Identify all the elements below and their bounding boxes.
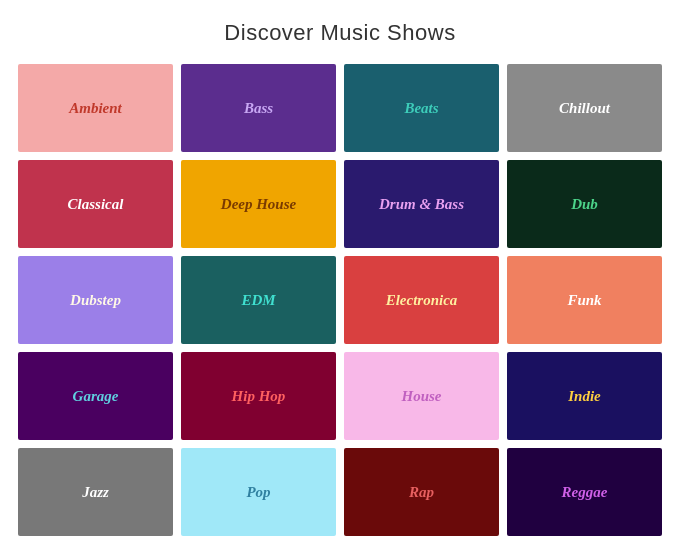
tile-label-classical: Classical bbox=[68, 196, 124, 213]
tile-label-deep-house: Deep House bbox=[221, 196, 296, 213]
tile-rap[interactable]: Rap bbox=[344, 448, 499, 536]
tile-edm[interactable]: EDM bbox=[181, 256, 336, 344]
tile-indie[interactable]: Indie bbox=[507, 352, 662, 440]
tile-label-ambient: Ambient bbox=[69, 100, 122, 117]
tile-label-electronica: Electronica bbox=[386, 292, 458, 309]
tile-label-bass: Bass bbox=[244, 100, 273, 117]
tile-drum-bass[interactable]: Drum & Bass bbox=[344, 160, 499, 248]
tile-bass[interactable]: Bass bbox=[181, 64, 336, 152]
tile-hip-hop[interactable]: Hip Hop bbox=[181, 352, 336, 440]
tile-label-pop: Pop bbox=[246, 484, 270, 501]
tile-label-chillout: Chillout bbox=[559, 100, 610, 117]
tile-deep-house[interactable]: Deep House bbox=[181, 160, 336, 248]
tile-garage[interactable]: Garage bbox=[18, 352, 173, 440]
music-genre-grid: AmbientBassBeatsChilloutClassicalDeep Ho… bbox=[18, 64, 662, 536]
tile-label-jazz: Jazz bbox=[82, 484, 109, 501]
tile-dubstep[interactable]: Dubstep bbox=[18, 256, 173, 344]
tile-beats[interactable]: Beats bbox=[344, 64, 499, 152]
tile-label-indie: Indie bbox=[568, 388, 601, 405]
tile-reggae[interactable]: Reggae bbox=[507, 448, 662, 536]
tile-pop[interactable]: Pop bbox=[181, 448, 336, 536]
tile-label-edm: EDM bbox=[241, 292, 275, 309]
tile-dub[interactable]: Dub bbox=[507, 160, 662, 248]
tile-label-funk: Funk bbox=[567, 292, 601, 309]
tile-house[interactable]: House bbox=[344, 352, 499, 440]
page-title: Discover Music Shows bbox=[224, 20, 455, 46]
tile-label-reggae: Reggae bbox=[562, 484, 608, 501]
tile-label-hip-hop: Hip Hop bbox=[232, 388, 286, 405]
tile-label-beats: Beats bbox=[404, 100, 438, 117]
tile-label-garage: Garage bbox=[73, 388, 119, 405]
tile-chillout[interactable]: Chillout bbox=[507, 64, 662, 152]
tile-ambient[interactable]: Ambient bbox=[18, 64, 173, 152]
tile-label-house: House bbox=[401, 388, 441, 405]
tile-electronica[interactable]: Electronica bbox=[344, 256, 499, 344]
tile-label-drum-bass: Drum & Bass bbox=[379, 196, 464, 213]
tile-jazz[interactable]: Jazz bbox=[18, 448, 173, 536]
tile-classical[interactable]: Classical bbox=[18, 160, 173, 248]
tile-label-rap: Rap bbox=[409, 484, 434, 501]
tile-funk[interactable]: Funk bbox=[507, 256, 662, 344]
tile-label-dub: Dub bbox=[571, 196, 598, 213]
tile-label-dubstep: Dubstep bbox=[70, 292, 121, 309]
